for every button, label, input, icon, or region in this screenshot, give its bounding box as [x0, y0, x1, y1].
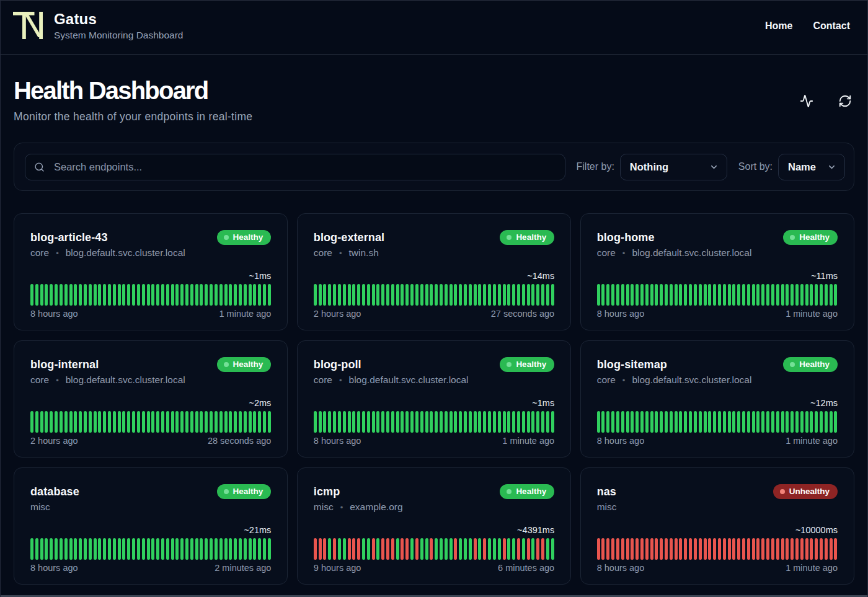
uptime-bar-down[interactable] — [718, 538, 721, 560]
uptime-bar-up[interactable] — [747, 411, 750, 433]
uptime-bar-up[interactable] — [531, 411, 534, 433]
uptime-bar-up[interactable] — [79, 538, 82, 560]
uptime-bar-up[interactable] — [606, 284, 609, 306]
uptime-bar-up[interactable] — [786, 284, 789, 306]
uptime-bar-up[interactable] — [601, 411, 604, 433]
uptime-bar-up[interactable] — [781, 284, 784, 306]
uptime-bar-down[interactable] — [527, 538, 530, 560]
uptime-bar-up[interactable] — [512, 538, 515, 560]
uptime-bar-down[interactable] — [650, 538, 653, 560]
uptime-bar-up[interactable] — [151, 538, 154, 560]
uptime-bar-up[interactable] — [151, 411, 154, 433]
uptime-bar-down[interactable] — [655, 538, 658, 560]
uptime-bar-up[interactable] — [84, 284, 87, 306]
uptime-bar-up[interactable] — [314, 284, 317, 306]
uptime-bar-up[interactable] — [132, 284, 135, 306]
uptime-bar-up[interactable] — [551, 284, 554, 306]
uptime-bar-up[interactable] — [229, 411, 232, 433]
search-input[interactable] — [54, 161, 556, 173]
uptime-bar-up[interactable] — [64, 538, 68, 560]
uptime-bar-down[interactable] — [756, 538, 760, 560]
uptime-bar-up[interactable] — [200, 411, 203, 433]
uptime-bar-down[interactable] — [372, 538, 375, 560]
uptime-bar-down[interactable] — [391, 538, 394, 560]
uptime-bar-up[interactable] — [478, 411, 481, 433]
uptime-bar-up[interactable] — [410, 538, 414, 560]
uptime-bar-up[interactable] — [258, 284, 261, 306]
uptime-bar-up[interactable] — [410, 284, 414, 306]
endpoint-card[interactable]: blog-home Healthy core • blog.default.sv… — [580, 213, 854, 330]
uptime-bar-up[interactable] — [50, 411, 53, 433]
uptime-bar-up[interactable] — [450, 411, 453, 433]
uptime-bar-up[interactable] — [151, 284, 154, 306]
uptime-bar-up[interactable] — [464, 538, 467, 560]
nav-link-contact[interactable]: Contact — [813, 20, 850, 32]
uptime-bar-up[interactable] — [249, 538, 252, 560]
uptime-bar-down[interactable] — [761, 538, 764, 560]
uptime-bar-up[interactable] — [234, 411, 237, 433]
endpoint-card[interactable]: blog-sitemap Healthy core • blog.default… — [580, 340, 854, 458]
uptime-bar-up[interactable] — [229, 284, 232, 306]
uptime-bar-up[interactable] — [161, 538, 164, 560]
uptime-bar-up[interactable] — [98, 284, 101, 306]
uptime-bar-up[interactable] — [483, 411, 486, 433]
uptime-bar-up[interactable] — [180, 538, 184, 560]
uptime-bar-up[interactable] — [665, 411, 668, 433]
uptime-bars[interactable] — [597, 538, 838, 560]
uptime-bar-down[interactable] — [430, 538, 433, 560]
uptime-bar-up[interactable] — [137, 411, 140, 433]
uptime-bars[interactable] — [597, 284, 838, 306]
uptime-bar-up[interactable] — [601, 284, 604, 306]
uptime-bar-down[interactable] — [645, 538, 649, 560]
uptime-bar-up[interactable] — [147, 284, 150, 306]
uptime-bar-up[interactable] — [517, 411, 520, 433]
uptime-bar-up[interactable] — [372, 284, 375, 306]
uptime-bar-up[interactable] — [161, 411, 164, 433]
uptime-bar-up[interactable] — [74, 538, 77, 560]
uptime-bar-up[interactable] — [268, 538, 271, 560]
uptime-bar-up[interactable] — [343, 284, 346, 306]
uptime-bar-up[interactable] — [69, 538, 73, 560]
uptime-bar-up[interactable] — [675, 411, 678, 433]
uptime-bar-up[interactable] — [362, 284, 365, 306]
uptime-bar-up[interactable] — [40, 538, 43, 560]
uptime-bar-up[interactable] — [333, 284, 336, 306]
uptime-bar-up[interactable] — [464, 411, 467, 433]
uptime-bar-down[interactable] — [771, 538, 774, 560]
uptime-bar-down[interactable] — [483, 538, 486, 560]
uptime-bar-up[interactable] — [766, 284, 769, 306]
uptime-bar-up[interactable] — [761, 411, 764, 433]
uptime-bar-up[interactable] — [420, 411, 423, 433]
uptime-bar-up[interactable] — [89, 411, 92, 433]
uptime-bar-up[interactable] — [239, 538, 242, 560]
uptime-bar-down[interactable] — [689, 538, 692, 560]
uptime-bar-up[interactable] — [357, 284, 360, 306]
uptime-bar-up[interactable] — [348, 411, 351, 433]
uptime-bar-up[interactable] — [401, 411, 404, 433]
uptime-bar-up[interactable] — [386, 284, 389, 306]
uptime-bar-up[interactable] — [30, 284, 33, 306]
uptime-bar-up[interactable] — [367, 538, 370, 560]
uptime-bar-down[interactable] — [670, 538, 673, 560]
uptime-bar-up[interactable] — [459, 538, 462, 560]
uptime-bar-up[interactable] — [507, 411, 510, 433]
uptime-bar-up[interactable] — [546, 411, 549, 433]
nav-link-home[interactable]: Home — [765, 20, 792, 32]
uptime-bar-up[interactable] — [239, 411, 242, 433]
uptime-bar-up[interactable] — [137, 538, 140, 560]
uptime-bar-down[interactable] — [631, 538, 634, 560]
uptime-bar-up[interactable] — [190, 411, 193, 433]
uptime-bar-up[interactable] — [376, 411, 379, 433]
uptime-bar-up[interactable] — [55, 411, 58, 433]
uptime-bar-up[interactable] — [94, 411, 97, 433]
uptime-bar-up[interactable] — [127, 411, 130, 433]
uptime-bar-up[interactable] — [507, 284, 510, 306]
uptime-bar-up[interactable] — [64, 284, 68, 306]
uptime-bar-up[interactable] — [171, 411, 174, 433]
uptime-bar-up[interactable] — [147, 538, 150, 560]
uptime-bar-up[interactable] — [606, 411, 609, 433]
uptime-bar-up[interactable] — [215, 284, 218, 306]
uptime-bar-down[interactable] — [541, 538, 544, 560]
uptime-bar-up[interactable] — [474, 284, 477, 306]
uptime-bar-down[interactable] — [708, 538, 711, 560]
